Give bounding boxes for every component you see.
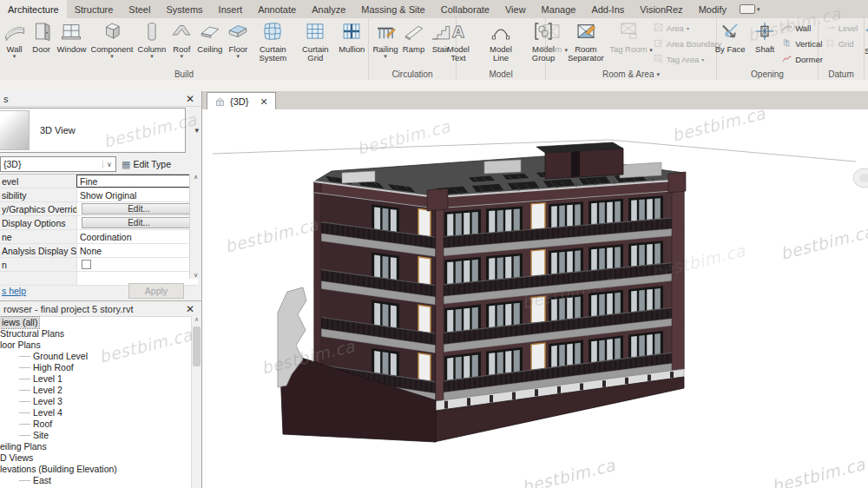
property-value[interactable] bbox=[76, 258, 198, 271]
tool-room-separator[interactable]: Room Separator bbox=[565, 19, 607, 64]
panel-label-room-area[interactable]: Room & Area▾ bbox=[546, 69, 716, 80]
ramp-icon bbox=[403, 20, 425, 44]
apply-button[interactable]: Apply bbox=[128, 283, 184, 299]
view-tab-3d[interactable]: {3D} ✕ bbox=[207, 92, 276, 110]
tool-label: Curtain System bbox=[253, 45, 292, 63]
tool-label: Grid bbox=[838, 39, 854, 49]
tree-item-ground-level[interactable]: Ground Level bbox=[0, 351, 192, 362]
ribbon-tab-systems[interactable]: Systems bbox=[158, 0, 210, 18]
panel-label-datum: Datum bbox=[819, 68, 864, 80]
tool-curtain-system[interactable]: Curtain System bbox=[252, 19, 293, 64]
ribbon-display-toggle[interactable]: ▾ bbox=[740, 4, 760, 14]
property-value[interactable]: Fine bbox=[76, 175, 198, 188]
tool-railing[interactable]: Railing▾ bbox=[371, 19, 399, 59]
ribbon-tab-massing-site[interactable]: Massing & Site bbox=[353, 0, 432, 18]
panel-model: AModel TextModel LineModel Group▾Model bbox=[457, 18, 546, 80]
browser-scrollbar[interactable]: ∧ bbox=[191, 316, 201, 488]
tree-item-levations-building-elevation[interactable]: levations (Building Elevation) bbox=[0, 464, 192, 475]
browser-close-icon[interactable]: ✕ bbox=[182, 303, 198, 315]
view-type-combo[interactable]: {3D} ∨ bbox=[0, 156, 116, 172]
tool-label: Window bbox=[57, 45, 87, 54]
tree-item-roof[interactable]: Roof bbox=[0, 419, 192, 430]
properties-palette: s ✕ 3D View ▾ {3D} ∨ ▦ Edit Type evelFin… bbox=[0, 91, 202, 300]
tool-by-face[interactable]: By Face bbox=[709, 19, 751, 55]
ribbon-tab-structure[interactable]: Structure bbox=[67, 0, 122, 18]
tool-roof[interactable]: Roof▾ bbox=[168, 19, 194, 59]
tree-item-structural-plans[interactable]: Structural Plans bbox=[0, 328, 192, 340]
tree-item-high-roof[interactable]: High Roof bbox=[0, 362, 192, 373]
tool-se-partial[interactable]: Se bbox=[865, 18, 868, 80]
chevron-down-icon: ▾ bbox=[13, 54, 16, 58]
tool-label: Room bbox=[540, 45, 562, 54]
ribbon-state-icon bbox=[740, 4, 755, 14]
property-value[interactable]: Coordination bbox=[76, 230, 198, 243]
tool-grid[interactable]: Grid bbox=[823, 36, 860, 51]
tool-floor[interactable]: Floor▾ bbox=[225, 19, 251, 59]
area-icon bbox=[653, 22, 664, 35]
type-name: 3D View bbox=[40, 125, 185, 135]
tool-window[interactable]: Window bbox=[56, 19, 89, 55]
ribbon-tab-visionrez[interactable]: VisionRez bbox=[632, 0, 690, 18]
railing-icon bbox=[374, 20, 397, 44]
ribbon-tab-steel[interactable]: Steel bbox=[121, 0, 158, 18]
tree-item-level-2[interactable]: Level 2 bbox=[0, 385, 192, 396]
door-icon bbox=[30, 20, 53, 44]
tree-item-site[interactable]: Site bbox=[0, 430, 192, 441]
tool-label: Curtain Grid bbox=[296, 45, 334, 63]
property-value[interactable]: Edit... bbox=[76, 216, 198, 229]
ribbon-tab-add-ins[interactable]: Add-Ins bbox=[583, 0, 632, 18]
view-tab-close-icon[interactable]: ✕ bbox=[260, 96, 267, 108]
checkbox[interactable] bbox=[82, 260, 91, 269]
tree-item-iews-all[interactable]: iews (all) bbox=[0, 317, 192, 328]
tool-column[interactable]: Column▾ bbox=[136, 19, 168, 59]
properties-help-link[interactable]: s help bbox=[0, 286, 128, 296]
tool-tag-room[interactable]: Tag Room▾ bbox=[608, 19, 649, 55]
tree-item-eiling-plans[interactable]: eiling Plans bbox=[0, 441, 192, 452]
tree-item-level-1[interactable]: Level 1 bbox=[0, 373, 192, 385]
tool-wall[interactable]: Wall▾ bbox=[2, 19, 28, 59]
ribbon-tab-modify[interactable]: Modify bbox=[691, 0, 734, 18]
ribbon-tab-collaborate[interactable]: Collaborate bbox=[433, 0, 497, 18]
tree-item-level-4[interactable]: Level 4 bbox=[0, 407, 192, 419]
building-model bbox=[202, 109, 868, 488]
tool-ceiling[interactable]: Ceiling bbox=[195, 19, 224, 55]
tool-curtain-grid[interactable]: Curtain Grid bbox=[294, 19, 336, 64]
chevron-down-icon[interactable]: ▾ bbox=[194, 126, 199, 135]
tool-room[interactable]: Room bbox=[538, 19, 564, 55]
ribbon-tab-insert[interactable]: Insert bbox=[211, 0, 251, 18]
type-selector[interactable]: 3D View ▾ bbox=[0, 108, 186, 153]
tool-model-text[interactable]: AModel Text bbox=[437, 19, 479, 64]
tree-item-d-views[interactable]: D Views bbox=[0, 452, 192, 464]
property-value[interactable]: Edit... bbox=[76, 202, 198, 215]
edit-button[interactable]: Edit... bbox=[82, 217, 196, 228]
properties-scrollbar[interactable]: ∧∨ bbox=[189, 174, 201, 279]
properties-close-icon[interactable]: ✕ bbox=[182, 93, 198, 105]
edit-type-button[interactable]: ▦ Edit Type bbox=[120, 156, 173, 172]
tree-item-level-3[interactable]: Level 3 bbox=[0, 396, 192, 407]
ribbon-tab-manage[interactable]: Manage bbox=[534, 0, 584, 18]
property-label: Analysis Display Style bbox=[0, 244, 76, 257]
panel-room-area: RoomRoom SeparatorTag Room▾Area▾Area Bou… bbox=[546, 18, 717, 80]
tree-item-east[interactable]: East bbox=[0, 475, 192, 486]
tool-ramp[interactable]: Ramp bbox=[401, 19, 427, 55]
tool-door[interactable]: Door bbox=[29, 19, 55, 55]
3d-viewport[interactable] bbox=[202, 109, 868, 488]
property-value[interactable]: Show Original bbox=[76, 188, 198, 201]
tree-item-loor-plans[interactable]: loor Plans bbox=[0, 340, 192, 351]
panel-label-model: Model bbox=[457, 68, 545, 80]
tool-level[interactable]: Level bbox=[823, 21, 860, 36]
tool-component[interactable]: Component▾ bbox=[89, 19, 135, 59]
tree-item-label: Roof bbox=[33, 419, 52, 430]
tool-label: Room Separator bbox=[567, 45, 605, 63]
ribbon-tab-analyze[interactable]: Analyze bbox=[304, 0, 353, 18]
tag-room-icon bbox=[617, 20, 640, 44]
tool-shaft[interactable]: Shaft bbox=[752, 19, 778, 55]
ribbon-tab-annotate[interactable]: Annotate bbox=[250, 0, 304, 18]
tool-model-line[interactable]: Model Line bbox=[480, 19, 522, 64]
edit-button[interactable]: Edit... bbox=[82, 203, 196, 214]
tree-item-label: levations (Building Elevation) bbox=[0, 464, 117, 475]
ribbon-tab-view[interactable]: View bbox=[497, 0, 534, 18]
property-value[interactable]: None bbox=[76, 244, 198, 257]
tool-mullion[interactable]: Mullion bbox=[337, 19, 366, 55]
ribbon-tab-architecture[interactable]: Architecture bbox=[0, 0, 67, 18]
